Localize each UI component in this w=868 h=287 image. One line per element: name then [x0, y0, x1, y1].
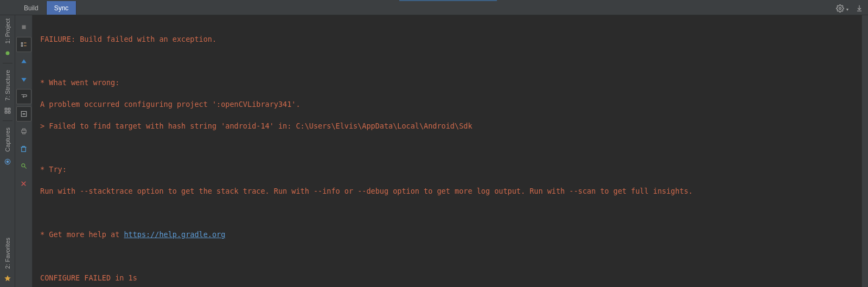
svg-point-1 [5, 52, 9, 55]
svg-marker-11 [21, 78, 26, 82]
console-text: * Get more help at [40, 230, 124, 239]
rail-project-label: 1: Project [4, 18, 11, 43]
restart-icon[interactable] [16, 20, 31, 35]
settings-gear-icon[interactable] [834, 3, 845, 14]
svg-rect-3 [8, 109, 10, 111]
svg-point-17 [21, 164, 24, 167]
rail-separator-2 [3, 120, 12, 121]
build-output-console[interactable]: FAILURE: Build failed with an exception.… [33, 15, 868, 287]
vertical-scrollbar[interactable] [861, 15, 868, 287]
rail-structure-label: 7: Structure [4, 70, 11, 101]
console-line: A problem occurred configuring project '… [40, 99, 868, 110]
close-icon[interactable] [16, 176, 31, 191]
svg-rect-14 [22, 129, 25, 130]
help-link[interactable]: https://help.gradle.org [124, 230, 225, 239]
console-line [40, 55, 868, 66]
svg-point-0 [839, 7, 841, 9]
captures-icon [3, 157, 12, 166]
soft-wrap-icon[interactable] [16, 89, 31, 104]
console-line [40, 251, 868, 262]
svg-marker-10 [21, 59, 26, 63]
console-line: CONFIGURE FAILED in 1s [40, 272, 868, 283]
console-line: * Try: [40, 164, 868, 175]
svg-rect-13 [21, 130, 25, 133]
tab-actions: ▾ [834, 1, 865, 15]
rail-separator [3, 63, 12, 63]
tab-build[interactable]: Build [16, 1, 47, 15]
star-icon [3, 274, 12, 283]
svg-rect-15 [22, 132, 25, 133]
svg-marker-8 [4, 275, 11, 281]
svg-rect-9 [22, 25, 25, 29]
structure-icon [3, 106, 12, 115]
svg-rect-2 [5, 109, 7, 111]
svg-rect-4 [5, 111, 7, 113]
svg-rect-5 [8, 111, 10, 113]
console-line: * Get more help at https://help.gradle.o… [40, 229, 868, 240]
scroll-to-end-icon[interactable] [16, 106, 31, 122]
console-line [40, 207, 868, 218]
svg-rect-16 [22, 147, 26, 151]
left-tool-rail: 1: Project 7: Structure Captures [0, 15, 15, 287]
main-area: 1: Project 7: Structure Captures [0, 15, 868, 287]
rail-favorites-label: 2: Favorites [4, 238, 11, 269]
rail-captures-label: Captures [4, 127, 11, 152]
toggle-view-icon[interactable] [16, 37, 31, 52]
tab-sync[interactable]: Sync [47, 1, 77, 15]
dropdown-caret-icon[interactable]: ▾ [846, 7, 848, 12]
console-line: > Failed to find target with hash string… [40, 120, 868, 131]
memory-indicator-icon[interactable] [16, 158, 31, 174]
svg-point-7 [7, 161, 9, 163]
android-icon [3, 49, 12, 58]
console-line [40, 142, 868, 153]
scroll-down-icon[interactable] [16, 72, 31, 87]
console-line: * What went wrong: [40, 77, 868, 88]
console-line: FAILURE: Build failed with an exception. [40, 34, 868, 44]
console-line: Run with --stacktrace option to get the … [40, 186, 868, 196]
rail-project[interactable]: 1: Project [4, 15, 11, 47]
rail-captures[interactable]: Captures [4, 124, 11, 155]
print-icon[interactable] [16, 124, 31, 139]
clear-all-icon[interactable] [16, 141, 31, 156]
scroll-up-icon[interactable] [16, 54, 31, 69]
rail-structure[interactable]: 7: Structure [4, 67, 11, 104]
build-tool-tabs: Build Sync ▾ [0, 1, 868, 15]
download-icon[interactable] [854, 3, 865, 14]
console-gutter [15, 15, 33, 287]
rail-favorites[interactable]: 2: Favorites [4, 234, 11, 272]
